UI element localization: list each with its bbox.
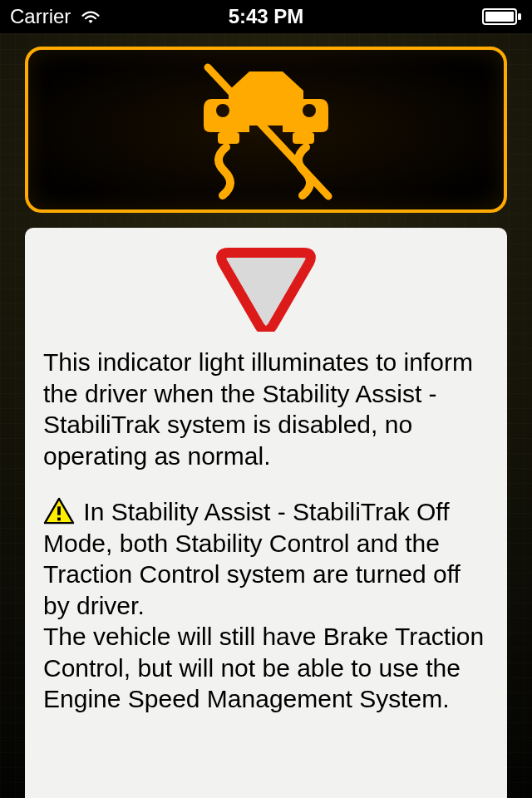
indicator-display xyxy=(25,47,507,213)
stability-off-icon xyxy=(166,59,366,200)
info-paragraph-3: The vehicle will still have Brake Tracti… xyxy=(43,623,484,712)
status-right xyxy=(482,8,522,25)
svg-rect-6 xyxy=(218,132,239,144)
info-paragraph-1: This indicator light illuminates to info… xyxy=(43,347,489,471)
carrier-label: Carrier xyxy=(10,5,71,28)
battery-icon xyxy=(482,8,522,25)
info-warning-block: In Stability Assist - StabiliTrak Off Mo… xyxy=(43,496,489,715)
svg-rect-1 xyxy=(485,12,514,22)
time-label: 5:43 PM xyxy=(229,5,304,28)
yield-icon xyxy=(216,244,316,332)
status-left: Carrier xyxy=(10,5,102,28)
info-card: This indicator light illuminates to info… xyxy=(25,228,507,798)
svg-point-4 xyxy=(216,104,229,117)
svg-rect-10 xyxy=(57,518,61,521)
svg-rect-9 xyxy=(57,506,61,515)
svg-rect-7 xyxy=(293,132,314,144)
warning-icon xyxy=(43,497,75,525)
page-content: This indicator light illuminates to info… xyxy=(0,33,532,798)
info-text: This indicator light illuminates to info… xyxy=(43,347,489,715)
status-bar: Carrier 5:43 PM xyxy=(0,0,532,33)
info-warning-text: In Stability Assist - StabiliTrak Off Mo… xyxy=(43,498,461,619)
svg-point-5 xyxy=(303,104,316,117)
wifi-icon xyxy=(79,8,102,25)
yield-icon-container xyxy=(43,244,489,332)
svg-rect-2 xyxy=(518,13,521,20)
